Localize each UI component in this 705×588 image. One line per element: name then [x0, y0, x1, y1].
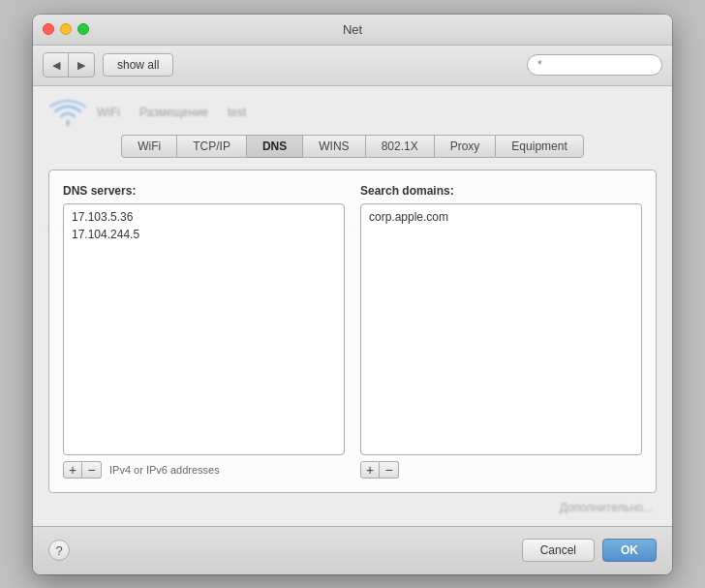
tab-wifi[interactable]: WiFi: [121, 135, 176, 158]
list-item[interactable]: corp.apple.com: [361, 208, 641, 226]
dns-columns: DNS servers: 17.103.5.36 17.104.244.5 + …: [63, 184, 642, 479]
dns-servers-label: DNS servers:: [63, 184, 345, 198]
bg-wifi-info: WiFi Размещение test: [48, 98, 657, 127]
window-footer: ? Cancel OK: [33, 526, 672, 574]
help-button[interactable]: ?: [48, 540, 70, 561]
tab-dns[interactable]: DNS: [246, 135, 302, 158]
dns-servers-column: DNS servers: 17.103.5.36 17.104.244.5 + …: [63, 184, 345, 479]
show-all-button[interactable]: show all: [103, 53, 173, 77]
search-domains-column: Search domains: corp.apple.com + −: [360, 184, 642, 479]
cancel-button[interactable]: Cancel: [522, 539, 595, 562]
search-domains-list[interactable]: corp.apple.com: [360, 203, 642, 455]
add-search-domain-button[interactable]: +: [360, 461, 380, 479]
footer-actions: Cancel OK: [522, 539, 657, 562]
remove-search-domain-button[interactable]: −: [380, 461, 399, 479]
dns-servers-list[interactable]: 17.103.5.36 17.104.244.5: [63, 203, 345, 455]
tab-wins[interactable]: WINS: [302, 135, 364, 158]
close-button[interactable]: [43, 23, 54, 35]
wifi-icon: [48, 98, 87, 127]
list-item[interactable]: 17.103.5.36: [64, 208, 344, 226]
window-title: Net: [343, 22, 362, 37]
toolbar: ◀ ▶ show all: [33, 46, 672, 86]
back-button[interactable]: ◀: [44, 53, 69, 77]
maximize-button[interactable]: [77, 23, 89, 35]
titlebar: Net: [33, 15, 672, 46]
search-domains-label: Search domains:: [360, 184, 642, 198]
tab-bar: WiFi TCP/IP DNS WINS 802.1X Proxy Equipm…: [48, 135, 657, 158]
main-window: Net ◀ ▶ show all WiFi Размещение test: [33, 15, 672, 574]
remove-dns-server-button[interactable]: −: [82, 461, 102, 479]
tab-tcpip[interactable]: TCP/IP: [176, 135, 246, 158]
search-input[interactable]: [527, 54, 662, 76]
dns-panel: DNS servers: 17.103.5.36 17.104.244.5 + …: [48, 170, 657, 493]
dns-hint: IPv4 or IPv6 addresses: [109, 464, 220, 476]
tab-proxy[interactable]: Proxy: [434, 135, 496, 158]
tab-equipment[interactable]: Equipment: [495, 135, 583, 158]
tab-8021x[interactable]: 802.1X: [365, 135, 434, 158]
minimize-button[interactable]: [60, 23, 72, 35]
nav-buttons: ◀ ▶: [43, 52, 95, 77]
bg-wifi-label: WiFi: [97, 106, 120, 119]
ok-button[interactable]: OK: [602, 539, 657, 562]
forward-button[interactable]: ▶: [69, 53, 94, 77]
bg-bottom: Дополнительно...: [48, 501, 657, 514]
bg-additional-label: Дополнительно...: [560, 501, 653, 514]
list-item[interactable]: 17.104.244.5: [64, 226, 344, 243]
bg-test-label: test: [228, 106, 246, 119]
add-dns-server-button[interactable]: +: [63, 461, 82, 479]
search-domains-controls: + −: [360, 461, 642, 479]
bg-placement-label: Размещение: [139, 106, 208, 119]
traffic-lights: [43, 23, 89, 35]
content-area: WiFi Размещение test WiFi TCP/IP DNS WIN…: [33, 86, 672, 526]
dns-servers-controls: + − IPv4 or IPv6 addresses: [63, 461, 345, 479]
